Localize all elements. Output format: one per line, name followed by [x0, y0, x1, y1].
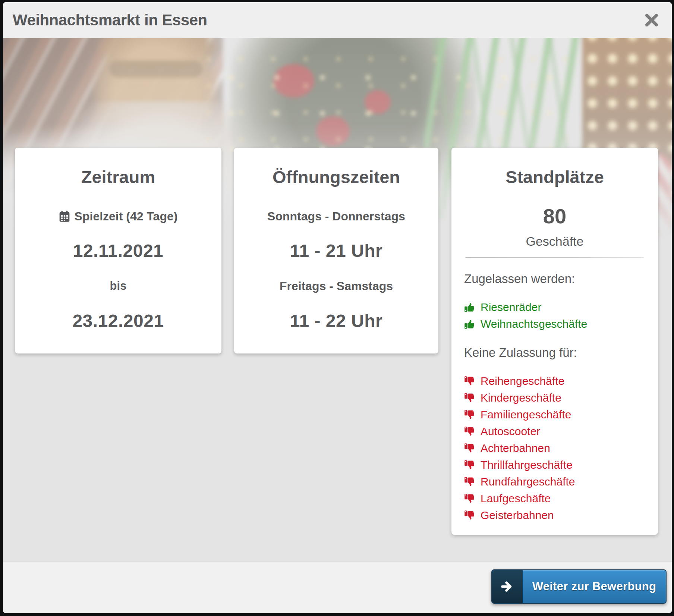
denied-item: Reihengeschäfte: [464, 373, 658, 389]
denied-item-label: Reihengeschäfte: [481, 373, 564, 389]
thumbs-down-icon: [464, 409, 475, 420]
denied-item-label: Laufgeschäfte: [481, 490, 551, 507]
card-oeffnungszeiten: Öffnungszeiten Sonntags - Donnerstags 11…: [234, 148, 438, 353]
hours-row2-value: 11 - 22 Uhr: [234, 310, 438, 332]
modal-footer: Weiter zur Bewerbung: [3, 562, 672, 613]
arrow-right-icon: [500, 579, 514, 594]
hours-row1-label: Sonntags - Donnerstags: [234, 209, 438, 224]
thumbs-down-icon: [464, 426, 475, 437]
denied-item: Geisterbahnen: [464, 507, 658, 524]
date-end: 23.12.2021: [15, 310, 221, 332]
denied-item: Rundfahrgeschäfte: [464, 473, 658, 490]
thumbs-down-icon: [464, 476, 475, 487]
thumbs-down-icon: [464, 375, 475, 387]
modal-header: Weihnachtsmarkt in Essen: [3, 2, 672, 38]
stand-count-unit: Geschäfte: [451, 233, 658, 249]
thumbs-down-icon: [464, 493, 475, 504]
denied-list: Reihengeschäfte Kindergeschäfte: [464, 373, 658, 524]
card-standplaetze: Standplätze 80 Geschäfte Zugelassen werd…: [451, 148, 658, 535]
allowed-item-label: Weihnachtsgeschäfte: [481, 315, 587, 332]
denied-item-label: Kindergeschäfte: [481, 389, 561, 406]
denied-item: Thrillfahrgeschäfte: [464, 456, 658, 473]
close-icon: [643, 12, 660, 28]
card-zeitraum: Zeitraum: [15, 148, 221, 353]
modal-title: Weihnachtsmarkt in Essen: [13, 11, 207, 29]
hours-row1-value: 11 - 21 Uhr: [234, 240, 438, 262]
denied-item-label: Familiengeschäfte: [481, 406, 571, 423]
thumbs-down-icon: [464, 459, 475, 471]
calendar-icon: [59, 210, 70, 222]
denied-item-label: Achterbahnen: [481, 440, 550, 456]
allowed-title: Zugelassen werden:: [464, 271, 658, 287]
allowed-item: Riesenräder: [464, 299, 658, 315]
denied-item: Achterbahnen: [464, 440, 658, 456]
thumbs-down-icon: [464, 443, 475, 454]
close-button[interactable]: [643, 11, 661, 29]
denied-item: Familiengeschäfte: [464, 406, 658, 423]
date-start: 12.11.2021: [15, 240, 221, 262]
event-modal: Weihnachtsmarkt in Essen Zeitraum: [3, 2, 672, 613]
denied-item: Kindergeschäfte: [464, 389, 658, 406]
divider: [466, 257, 644, 258]
denied-item-label: Thrillfahrgeschäfte: [481, 456, 573, 473]
card-oeffnungszeiten-title: Öffnungszeiten: [234, 166, 438, 188]
denied-item: Laufgeschäfte: [464, 490, 658, 507]
spielzeit-label: Spielzeit (42 Tage): [75, 209, 178, 224]
continue-to-application-button[interactable]: Weiter zur Bewerbung: [491, 569, 667, 604]
spielzeit-row: Spielzeit (42 Tage): [15, 209, 221, 224]
denied-item-label: Rundfahrgeschäfte: [481, 473, 575, 490]
allowed-item-label: Riesenräder: [481, 299, 541, 315]
card-zeitraum-title: Zeitraum: [15, 166, 221, 188]
thumbs-down-icon: [464, 510, 475, 521]
stand-count: 80: [451, 204, 658, 228]
thumbs-down-icon: [464, 392, 475, 403]
hours-row2-label: Freitags - Samstags: [234, 279, 438, 293]
denied-item: Autoscooter: [464, 423, 658, 440]
arrow-segment: [492, 570, 523, 603]
date-separator: bis: [15, 279, 221, 293]
allowed-list: Riesenräder Weihnachtsgeschäfte: [464, 299, 658, 332]
denied-item-label: Geisterbahnen: [481, 507, 554, 524]
thumbs-up-icon: [464, 302, 475, 313]
thumbs-up-icon: [464, 318, 475, 330]
cta-label: Weiter zur Bewerbung: [523, 570, 666, 603]
allowed-item: Weihnachtsgeschäfte: [464, 315, 658, 332]
denied-item-label: Autoscooter: [481, 423, 540, 440]
card-standplaetze-title: Standplätze: [451, 166, 658, 188]
denied-title: Keine Zulassung für:: [464, 345, 658, 361]
